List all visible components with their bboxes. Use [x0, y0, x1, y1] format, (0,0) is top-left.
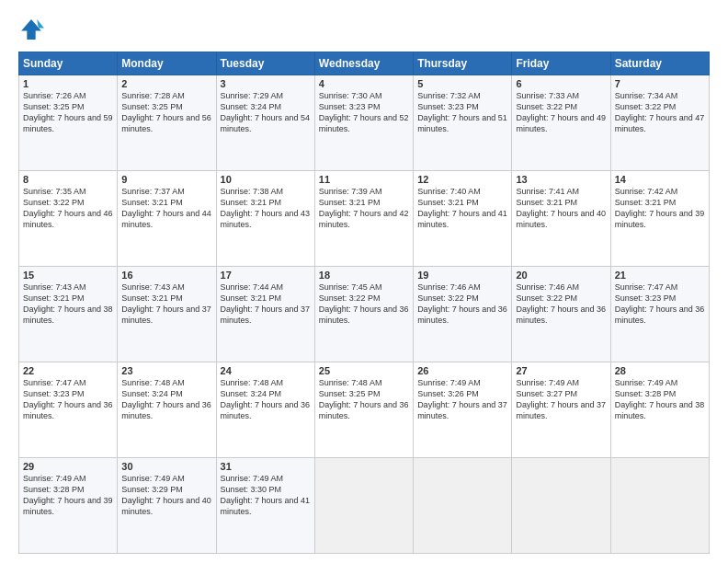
- svg-marker-1: [37, 19, 44, 28]
- calendar-cell: 11Sunrise: 7:39 AM Sunset: 3:21 PM Dayli…: [314, 171, 413, 267]
- calendar-cell: 2Sunrise: 7:28 AM Sunset: 3:25 PM Daylig…: [118, 75, 216, 171]
- day-number: 6: [516, 78, 606, 89]
- cell-info: Sunrise: 7:49 AM Sunset: 3:29 PM Dayligh…: [121, 473, 211, 518]
- logo: [18, 17, 48, 42]
- cell-info: Sunrise: 7:49 AM Sunset: 3:27 PM Dayligh…: [516, 377, 606, 422]
- calendar-day-header: Thursday: [414, 52, 512, 75]
- calendar-cell: 14Sunrise: 7:42 AM Sunset: 3:21 PM Dayli…: [610, 171, 709, 267]
- cell-info: Sunrise: 7:46 AM Sunset: 3:22 PM Dayligh…: [516, 282, 606, 327]
- calendar-week-row: 22Sunrise: 7:47 AM Sunset: 3:23 PM Dayli…: [19, 362, 710, 458]
- cell-info: Sunrise: 7:33 AM Sunset: 3:22 PM Dayligh…: [516, 90, 606, 135]
- calendar-cell: 22Sunrise: 7:47 AM Sunset: 3:23 PM Dayli…: [19, 362, 118, 458]
- day-number: 5: [417, 78, 507, 89]
- cell-info: Sunrise: 7:48 AM Sunset: 3:24 PM Dayligh…: [121, 377, 211, 422]
- calendar-cell: 7Sunrise: 7:34 AM Sunset: 3:22 PM Daylig…: [610, 75, 709, 171]
- calendar-cell: 15Sunrise: 7:43 AM Sunset: 3:21 PM Dayli…: [19, 267, 118, 362]
- day-number: 22: [23, 365, 113, 376]
- calendar-cell: 5Sunrise: 7:32 AM Sunset: 3:23 PM Daylig…: [414, 75, 512, 171]
- calendar-cell: 26Sunrise: 7:49 AM Sunset: 3:26 PM Dayli…: [414, 362, 512, 458]
- calendar-header-row: SundayMondayTuesdayWednesdayThursdayFrid…: [19, 52, 710, 75]
- cell-info: Sunrise: 7:45 AM Sunset: 3:22 PM Dayligh…: [319, 282, 409, 327]
- calendar-cell: 27Sunrise: 7:49 AM Sunset: 3:27 PM Dayli…: [512, 362, 610, 458]
- calendar-cell: 3Sunrise: 7:29 AM Sunset: 3:24 PM Daylig…: [216, 75, 314, 171]
- calendar-cell: 13Sunrise: 7:41 AM Sunset: 3:21 PM Dayli…: [512, 171, 610, 267]
- day-number: 28: [615, 365, 705, 376]
- calendar-cell: 12Sunrise: 7:40 AM Sunset: 3:21 PM Dayli…: [414, 171, 512, 267]
- day-number: 19: [417, 270, 507, 281]
- cell-info: Sunrise: 7:41 AM Sunset: 3:21 PM Dayligh…: [516, 186, 606, 231]
- calendar-cell: 23Sunrise: 7:48 AM Sunset: 3:24 PM Dayli…: [118, 362, 216, 458]
- calendar-cell: 19Sunrise: 7:46 AM Sunset: 3:22 PM Dayli…: [414, 267, 512, 362]
- calendar-cell: 16Sunrise: 7:43 AM Sunset: 3:21 PM Dayli…: [118, 267, 216, 362]
- calendar-day-header: Sunday: [19, 52, 118, 75]
- day-number: 9: [121, 174, 211, 185]
- cell-info: Sunrise: 7:35 AM Sunset: 3:22 PM Dayligh…: [23, 186, 113, 231]
- calendar-day-header: Friday: [512, 52, 610, 75]
- day-number: 10: [221, 174, 311, 185]
- day-number: 30: [121, 461, 211, 472]
- calendar-cell: 25Sunrise: 7:48 AM Sunset: 3:25 PM Dayli…: [314, 362, 413, 458]
- calendar-day-header: Saturday: [610, 52, 709, 75]
- cell-info: Sunrise: 7:29 AM Sunset: 3:24 PM Dayligh…: [221, 90, 311, 135]
- cell-info: Sunrise: 7:49 AM Sunset: 3:26 PM Dayligh…: [417, 377, 507, 422]
- day-number: 16: [121, 270, 211, 281]
- day-number: 13: [516, 174, 606, 185]
- day-number: 3: [221, 78, 311, 89]
- cell-info: Sunrise: 7:46 AM Sunset: 3:22 PM Dayligh…: [417, 282, 507, 327]
- cell-info: Sunrise: 7:40 AM Sunset: 3:21 PM Dayligh…: [417, 186, 507, 231]
- day-number: 12: [417, 174, 507, 185]
- calendar-cell: 1Sunrise: 7:26 AM Sunset: 3:25 PM Daylig…: [19, 75, 118, 171]
- day-number: 14: [615, 174, 705, 185]
- calendar-cell: [414, 458, 512, 554]
- calendar-cell: 20Sunrise: 7:46 AM Sunset: 3:22 PM Dayli…: [512, 267, 610, 362]
- cell-info: Sunrise: 7:49 AM Sunset: 3:30 PM Dayligh…: [221, 473, 311, 518]
- calendar-week-row: 29Sunrise: 7:49 AM Sunset: 3:28 PM Dayli…: [19, 458, 710, 554]
- logo-icon: [18, 17, 44, 42]
- cell-info: Sunrise: 7:34 AM Sunset: 3:22 PM Dayligh…: [615, 90, 705, 135]
- day-number: 17: [221, 270, 311, 281]
- cell-info: Sunrise: 7:49 AM Sunset: 3:28 PM Dayligh…: [23, 473, 113, 518]
- cell-info: Sunrise: 7:48 AM Sunset: 3:25 PM Dayligh…: [319, 377, 409, 422]
- cell-info: Sunrise: 7:49 AM Sunset: 3:28 PM Dayligh…: [615, 377, 705, 422]
- day-number: 7: [615, 78, 705, 89]
- calendar-week-row: 1Sunrise: 7:26 AM Sunset: 3:25 PM Daylig…: [19, 75, 710, 171]
- calendar-cell: 28Sunrise: 7:49 AM Sunset: 3:28 PM Dayli…: [610, 362, 709, 458]
- calendar-cell: 29Sunrise: 7:49 AM Sunset: 3:28 PM Dayli…: [19, 458, 118, 554]
- cell-info: Sunrise: 7:47 AM Sunset: 3:23 PM Dayligh…: [615, 282, 705, 327]
- calendar-table: SundayMondayTuesdayWednesdayThursdayFrid…: [18, 52, 710, 554]
- day-number: 8: [23, 174, 113, 185]
- day-number: 29: [23, 461, 113, 472]
- calendar-day-header: Monday: [118, 52, 216, 75]
- cell-info: Sunrise: 7:32 AM Sunset: 3:23 PM Dayligh…: [417, 90, 507, 135]
- calendar-day-header: Tuesday: [216, 52, 314, 75]
- day-number: 2: [121, 78, 211, 89]
- calendar-cell: 17Sunrise: 7:44 AM Sunset: 3:21 PM Dayli…: [216, 267, 314, 362]
- calendar-cell: 9Sunrise: 7:37 AM Sunset: 3:21 PM Daylig…: [118, 171, 216, 267]
- cell-info: Sunrise: 7:43 AM Sunset: 3:21 PM Dayligh…: [121, 282, 211, 327]
- header: [18, 17, 710, 42]
- cell-info: Sunrise: 7:37 AM Sunset: 3:21 PM Dayligh…: [121, 186, 211, 231]
- calendar-body: 1Sunrise: 7:26 AM Sunset: 3:25 PM Daylig…: [19, 75, 710, 554]
- day-number: 1: [23, 78, 113, 89]
- calendar-cell: [314, 458, 413, 554]
- cell-info: Sunrise: 7:26 AM Sunset: 3:25 PM Dayligh…: [23, 90, 113, 135]
- calendar-week-row: 8Sunrise: 7:35 AM Sunset: 3:22 PM Daylig…: [19, 171, 710, 267]
- day-number: 23: [121, 365, 211, 376]
- day-number: 4: [319, 78, 409, 89]
- day-number: 21: [615, 270, 705, 281]
- page: SundayMondayTuesdayWednesdayThursdayFrid…: [0, 0, 728, 563]
- cell-info: Sunrise: 7:39 AM Sunset: 3:21 PM Dayligh…: [319, 186, 409, 231]
- calendar-day-header: Wednesday: [314, 52, 413, 75]
- day-number: 15: [23, 270, 113, 281]
- day-number: 24: [221, 365, 311, 376]
- cell-info: Sunrise: 7:48 AM Sunset: 3:24 PM Dayligh…: [221, 377, 311, 422]
- cell-info: Sunrise: 7:43 AM Sunset: 3:21 PM Dayligh…: [23, 282, 113, 327]
- day-number: 11: [319, 174, 409, 185]
- calendar-cell: 31Sunrise: 7:49 AM Sunset: 3:30 PM Dayli…: [216, 458, 314, 554]
- cell-info: Sunrise: 7:47 AM Sunset: 3:23 PM Dayligh…: [23, 377, 113, 422]
- calendar-cell: 30Sunrise: 7:49 AM Sunset: 3:29 PM Dayli…: [118, 458, 216, 554]
- cell-info: Sunrise: 7:30 AM Sunset: 3:23 PM Dayligh…: [319, 90, 409, 135]
- calendar-cell: [610, 458, 709, 554]
- day-number: 26: [417, 365, 507, 376]
- calendar-cell: [512, 458, 610, 554]
